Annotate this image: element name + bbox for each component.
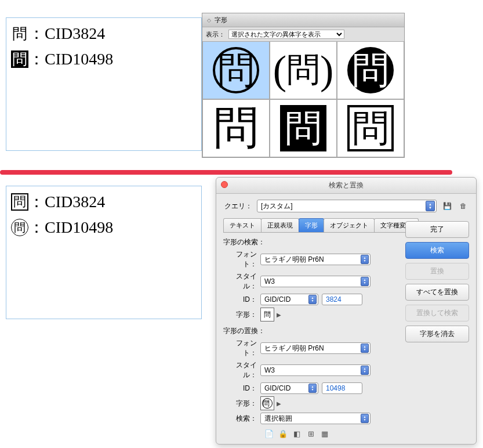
- glyph-inverse: 問: [11, 50, 28, 68]
- doc-line: 問 ：CID3824: [11, 23, 197, 45]
- clear-glyph-button[interactable]: 字形を消去: [405, 326, 469, 342]
- scope-label: 検索：: [223, 414, 260, 424]
- save-icon[interactable]: 💾: [441, 200, 453, 212]
- tab-object[interactable]: オブジェクト: [324, 218, 375, 232]
- glyph-flyout-icon[interactable]: ▶: [277, 400, 281, 407]
- replace-button: 置換: [405, 263, 469, 280]
- glyph-grid: 問 (問) 問 問 問 問: [202, 41, 404, 157]
- glyph-panel-title: 字形: [215, 16, 227, 24]
- glyph-variant-paren[interactable]: (問): [270, 41, 337, 99]
- find-glyph-preview[interactable]: 問: [260, 308, 274, 321]
- id-label: ID：: [223, 384, 260, 393]
- done-button[interactable]: 完了: [405, 221, 469, 238]
- scope-icon-4[interactable]: ⊞: [306, 429, 316, 438]
- display-select[interactable]: 選択された文字の異体字を表示: [228, 30, 344, 39]
- scope-select[interactable]: 選択範囲▲▼: [260, 413, 371, 424]
- cid-text: ：CID3824: [28, 23, 105, 45]
- replace-style-select[interactable]: W3▲▼: [260, 364, 371, 376]
- font-label: フォント：: [223, 338, 260, 358]
- tab-text[interactable]: テキスト: [223, 218, 262, 232]
- doc-line: 問 ：CID10498: [11, 216, 197, 239]
- glyph-variant-circled[interactable]: 問: [202, 41, 270, 99]
- style-label: スタイル：: [223, 272, 260, 291]
- replace-id-input[interactable]: [322, 382, 362, 394]
- glyph-label: 字形：: [223, 310, 260, 320]
- trash-icon[interactable]: 🗑: [457, 200, 469, 212]
- style-label: スタイル：: [223, 360, 260, 380]
- glyph-squared: 問: [11, 193, 28, 211]
- glyph-variant-square[interactable]: 問: [337, 99, 404, 157]
- dialog-title: 検索と置換: [329, 181, 364, 189]
- scope-icon-3[interactable]: ◧: [292, 429, 302, 438]
- glyph-panel-subbar: 表示： 選択された文字の異体字を表示: [202, 27, 404, 41]
- replace-find-button: 置換して検索: [405, 305, 469, 321]
- glyph-plain: 問: [11, 25, 28, 42]
- id-label: ID：: [223, 295, 260, 305]
- replace-idtype-select[interactable]: GID/CID▲▼: [260, 382, 318, 394]
- display-label: 表示：: [206, 30, 225, 39]
- document-before: 問 ：CID3824 問 ：CID10498: [6, 17, 202, 151]
- replace-font-select[interactable]: ヒラギノ明朝 Pr6N▲▼: [260, 342, 371, 354]
- close-icon[interactable]: [221, 181, 228, 188]
- font-label: フォント：: [223, 250, 260, 269]
- doc-line: 問 ：CID10498: [11, 48, 197, 70]
- cid-text: ：CID10498: [28, 48, 113, 70]
- scope-icon-2[interactable]: 🔒: [278, 429, 288, 438]
- find-button[interactable]: 検索: [405, 242, 469, 259]
- tab-regex[interactable]: 正規表現: [261, 218, 299, 232]
- find-style-select[interactable]: W3▲▼: [260, 276, 371, 287]
- glyph-variant-filled-circle[interactable]: 問: [337, 41, 404, 99]
- glyph-panel: ◇ 字形 表示： 選択された文字の異体字を表示 問 (問) 問 問 問 問: [202, 13, 405, 158]
- glyph-variant-plain[interactable]: 問: [202, 99, 270, 157]
- stepper-icon[interactable]: ▲▼: [426, 201, 435, 211]
- replace-glyph-preview[interactable]: 問: [260, 396, 274, 410]
- find-section: 字形の検索： フォント： ヒラギノ明朝 Pr6N▲▼ スタイル： W3▲▼ ID…: [223, 237, 391, 321]
- find-section-label: 字形の検索：: [223, 237, 391, 247]
- before-after-divider: [0, 170, 452, 175]
- find-font-select[interactable]: ヒラギノ明朝 Pr6N▲▼: [260, 254, 371, 265]
- glyph-circled: 問: [11, 219, 28, 236]
- find-idtype-select[interactable]: GID/CID▲▼: [260, 294, 318, 305]
- dialog-titlebar[interactable]: 検索と置換: [216, 178, 476, 194]
- scope-icon-1[interactable]: 📄: [264, 429, 274, 438]
- query-combo[interactable]: [カスタム] ▲▼: [257, 200, 437, 212]
- collapse-arrows-icon[interactable]: ◇: [207, 17, 211, 23]
- glyph-flyout-icon[interactable]: ▶: [277, 312, 281, 318]
- cid-text: ：CID3824: [28, 191, 105, 213]
- glyph-label: 字形：: [223, 399, 260, 409]
- glyph-variant-filled-square[interactable]: 問: [270, 99, 337, 157]
- query-label: クエリ：: [223, 201, 252, 211]
- find-id-input[interactable]: [322, 294, 362, 305]
- replace-all-button[interactable]: すべてを置換: [405, 284, 469, 301]
- scope-icon-5[interactable]: ▦: [319, 429, 330, 438]
- cid-text: ：CID10498: [28, 216, 113, 239]
- glyph-panel-titlebar[interactable]: ◇ 字形: [202, 13, 404, 27]
- replace-section-label: 字形の置換：: [223, 326, 391, 336]
- document-after: 問 ：CID3824 問 ：CID10498: [6, 186, 202, 319]
- scope-icons: 📄 🔒 ◧ ⊞ ▦: [223, 429, 391, 438]
- replace-section: 字形の置換： フォント： ヒラギノ明朝 Pr6N▲▼ スタイル： W3▲▼ ID…: [223, 326, 391, 424]
- action-buttons: 完了 検索 置換 すべてを置換 置換して検索 字形を消去: [405, 221, 469, 342]
- doc-line: 問 ：CID3824: [11, 191, 197, 213]
- find-replace-dialog: 検索と置換 クエリ： [カスタム] ▲▼ 💾 🗑 テキスト 正規表現 字形 オブ…: [216, 177, 477, 445]
- tab-glyph[interactable]: 字形: [299, 218, 324, 232]
